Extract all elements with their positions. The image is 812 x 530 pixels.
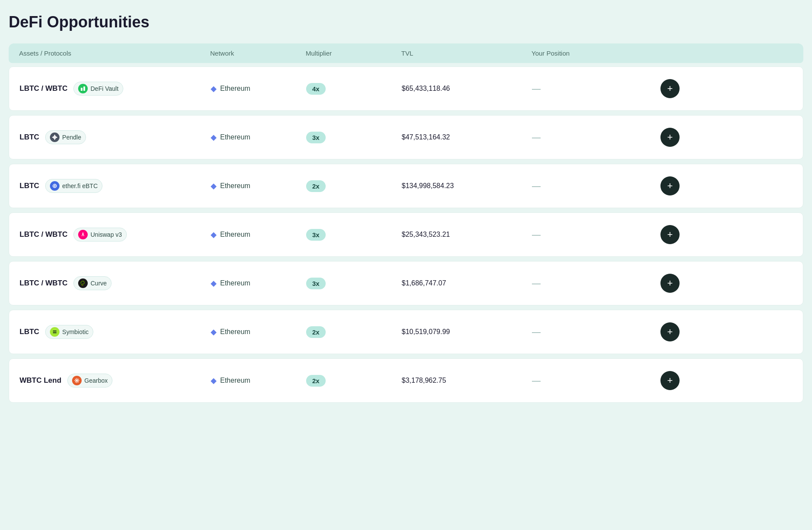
multiplier-cell-0: 4x (306, 83, 402, 95)
protocol-label-2: ether.fi eBTC (62, 182, 98, 189)
add-button-2[interactable]: + (660, 176, 680, 195)
svg-point-4 (83, 232, 83, 233)
network-cell-6: ◆ Ethereum (211, 376, 306, 385)
protocol-label-5: Symbiotic (62, 328, 89, 335)
asset-name-3: LBTC / WBTC (20, 230, 67, 239)
ethereum-icon-4: ◆ (211, 278, 217, 288)
position-cell-1: — (532, 132, 645, 142)
action-cell-5: + (645, 322, 680, 341)
position-cell-4: — (532, 278, 645, 288)
network-name-2: Ethereum (220, 182, 250, 190)
network-cell-1: ◆ Ethereum (211, 132, 306, 142)
protocol-badge-0: DeFi Vault (73, 82, 123, 96)
network-name-0: Ethereum (220, 85, 250, 93)
protocol-badge-6: Gearbox (67, 374, 112, 388)
header-position: Your Position (531, 50, 644, 57)
add-button-5[interactable]: + (660, 322, 680, 341)
asset-name-4: LBTC / WBTC (20, 279, 67, 288)
asset-name-6: WBTC Lend (20, 376, 61, 385)
add-button-4[interactable]: + (660, 274, 680, 293)
header-action (644, 50, 679, 57)
tvl-cell-1: $47,513,164.32 (402, 133, 532, 141)
position-cell-6: — (532, 376, 645, 386)
network-name-1: Ethereum (220, 133, 250, 141)
asset-cell-6: WBTC Lend Gearbox (20, 374, 211, 388)
protocol-badge-5: Symbiotic (45, 325, 93, 339)
protocol-badge-2: ether.fi eBTC (45, 179, 102, 193)
action-cell-4: + (645, 274, 680, 293)
tvl-cell-2: $134,998,584.23 (402, 182, 532, 190)
action-cell-6: + (645, 371, 680, 390)
tvl-cell-0: $65,433,118.46 (402, 85, 532, 93)
multiplier-cell-4: 3x (306, 278, 402, 289)
tvl-cell-3: $25,343,523.21 (402, 231, 532, 238)
network-cell-5: ◆ Ethereum (211, 327, 306, 337)
asset-cell-1: LBTC Pendle (20, 130, 211, 144)
multiplier-badge-5: 2x (306, 326, 326, 338)
asset-cell-4: LBTC / WBTC Curve (20, 276, 211, 290)
table-header: Assets / Protocols Network Multiplier TV… (9, 43, 803, 63)
svg-rect-1 (83, 86, 85, 91)
table-row: WBTC Lend Gearbox ◆ Ethereum 2x $3,178,9… (9, 358, 803, 403)
ethereum-icon-5: ◆ (211, 327, 217, 337)
ethereum-icon-0: ◆ (211, 84, 217, 93)
svg-point-5 (76, 380, 78, 381)
action-cell-3: + (645, 225, 680, 244)
asset-name-5: LBTC (20, 328, 39, 336)
multiplier-cell-5: 2x (306, 326, 402, 338)
protocol-badge-4: Curve (73, 276, 111, 290)
add-button-0[interactable]: + (660, 79, 680, 98)
asset-name-1: LBTC (20, 133, 39, 142)
protocol-label-4: Curve (90, 280, 106, 287)
network-name-3: Ethereum (220, 231, 250, 238)
header-network: Network (210, 50, 306, 57)
position-cell-0: — (532, 84, 645, 94)
add-button-1[interactable]: + (660, 128, 680, 147)
multiplier-cell-3: 3x (306, 229, 402, 241)
ethereum-icon-1: ◆ (211, 132, 217, 142)
network-name-4: Ethereum (220, 279, 250, 287)
multiplier-cell-1: 3x (306, 132, 402, 143)
ethereum-icon-2: ◆ (211, 181, 217, 191)
protocol-label-0: DeFi Vault (90, 85, 118, 92)
asset-cell-0: LBTC / WBTC DeFi Vault (20, 82, 211, 96)
table-body: LBTC / WBTC DeFi Vault ◆ Ethereum 4x $65… (9, 66, 803, 403)
multiplier-badge-3: 3x (306, 229, 326, 241)
network-cell-2: ◆ Ethereum (211, 181, 306, 191)
position-cell-5: — (532, 327, 645, 337)
table-row: LBTC / WBTC Uniswap v3 ◆ Ethereum 3x $25… (9, 212, 803, 257)
asset-name-0: LBTC / WBTC (20, 84, 67, 93)
svg-rect-0 (81, 88, 83, 91)
action-cell-2: + (645, 176, 680, 195)
network-name-6: Ethereum (220, 377, 250, 384)
asset-cell-3: LBTC / WBTC Uniswap v3 (20, 228, 211, 242)
multiplier-badge-2: 2x (306, 180, 326, 192)
table-row: LBTC ether.fi eBTC ◆ Ethereum 2x $134,99… (9, 164, 803, 208)
network-name-5: Ethereum (220, 328, 250, 336)
tvl-cell-4: $1,686,747.07 (402, 279, 532, 287)
ethereum-icon-3: ◆ (211, 230, 217, 239)
asset-name-2: LBTC (20, 182, 39, 190)
defi-table: Assets / Protocols Network Multiplier TV… (9, 43, 803, 407)
multiplier-badge-1: 3x (306, 132, 326, 143)
header-multiplier: Multiplier (306, 50, 401, 57)
protocol-label-3: Uniswap v3 (90, 231, 122, 238)
asset-cell-5: LBTC Symbiotic (20, 325, 211, 339)
network-cell-4: ◆ Ethereum (211, 278, 306, 288)
add-button-3[interactable]: + (660, 225, 680, 244)
multiplier-badge-0: 4x (306, 83, 326, 95)
multiplier-badge-4: 3x (306, 278, 326, 289)
action-cell-0: + (645, 79, 680, 98)
protocol-badge-1: Pendle (45, 130, 86, 144)
position-cell-3: — (532, 230, 645, 240)
page-title: DeFi Opportunities (9, 13, 803, 31)
tvl-cell-5: $10,519,079.99 (402, 328, 532, 336)
table-row: LBTC / WBTC DeFi Vault ◆ Ethereum 4x $65… (9, 66, 803, 111)
add-button-6[interactable]: + (660, 371, 680, 390)
network-cell-0: ◆ Ethereum (211, 84, 306, 93)
ethereum-icon-6: ◆ (211, 376, 217, 385)
table-row: LBTC / WBTC Curve ◆ Ethereum 3x $1,686,7… (9, 261, 803, 305)
position-cell-2: — (532, 181, 645, 191)
multiplier-badge-6: 2x (306, 375, 326, 387)
tvl-cell-6: $3,178,962.75 (402, 377, 532, 384)
